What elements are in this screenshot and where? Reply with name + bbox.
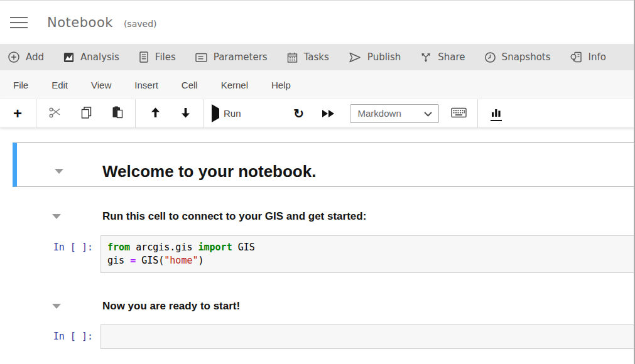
chevron-down-icon [424, 108, 432, 119]
arrow-up-icon [151, 107, 160, 120]
cell-type-select[interactable]: Markdown [350, 104, 439, 123]
code-cell[interactable]: In [ ]: [13, 324, 635, 349]
play-icon [212, 109, 219, 118]
collapse-arrow-icon[interactable] [52, 214, 61, 219]
keyboard-icon [451, 107, 467, 120]
app-tool-snapshots[interactable]: Snapshots [484, 51, 551, 63]
app-tool-label: Parameters [214, 51, 268, 63]
cell-type-value: Markdown [358, 108, 401, 119]
markdown-content: Welcome to your notebook. [100, 163, 316, 180]
copy-cell-button[interactable] [77, 99, 95, 127]
arrow-down-icon [181, 107, 190, 120]
app-tool-info[interactable]: Info [570, 51, 606, 63]
move-cell-down-button[interactable] [176, 99, 194, 127]
app-tool-label: Files [155, 51, 176, 63]
cut-cell-button[interactable] [46, 99, 63, 127]
input-prompt: In [ ]: [13, 235, 100, 273]
app-tool-publish[interactable]: Publish [348, 51, 401, 63]
fast-forward-icon [322, 110, 334, 117]
app-tool-tasks[interactable]: Tasks [286, 51, 329, 63]
hamburger-icon [10, 17, 28, 18]
tasks-icon [286, 51, 298, 63]
toolbar-separator [477, 99, 478, 127]
share-icon [420, 51, 432, 63]
restart-run-all-button[interactable] [320, 99, 337, 127]
app-tool-label: Add [26, 51, 44, 63]
code-editor[interactable] [100, 324, 635, 349]
restart-icon: ↻ [293, 107, 304, 120]
info-icon [570, 51, 583, 63]
collapse-arrow-icon[interactable] [52, 304, 61, 309]
publish-icon [348, 51, 362, 63]
app-tool-label: Share [438, 51, 465, 63]
code-content: from arcgis.gis import GIS gis = GIS("ho… [107, 241, 628, 267]
app-tool-files[interactable]: Files [138, 51, 176, 63]
notebook-cells: Welcome to your notebook.Run this cell t… [0, 127, 635, 349]
save-status: (saved) [124, 19, 157, 29]
toolbar-separator [36, 99, 36, 127]
app-tool-add[interactable]: Add [8, 51, 44, 63]
code-cell[interactable]: In [ ]:from arcgis.gis import GIS gis = … [13, 235, 635, 273]
menu-view[interactable]: View [91, 80, 111, 90]
page-title: Notebook [47, 15, 113, 30]
notebook-toolbar: +Run↻Markdown [0, 99, 635, 127]
app-tool-label: Snapshots [502, 51, 551, 63]
cell-prompt-area [17, 169, 100, 174]
menu-kernel[interactable]: Kernel [221, 80, 248, 90]
copy-icon [80, 106, 92, 120]
markdown-heading: Run this cell to connect to your GIS and… [102, 210, 366, 223]
app-tool-label: Analysis [80, 51, 119, 63]
markdown-cell[interactable]: Now you are ready to start! [13, 299, 635, 313]
move-cell-up-button[interactable] [146, 99, 164, 127]
menu-insert[interactable]: Insert [134, 80, 158, 90]
cell-prompt-area [13, 210, 100, 223]
paste-cell-button[interactable] [109, 99, 126, 127]
plus-icon: + [13, 106, 22, 121]
markdown-heading: Welcome to your notebook. [102, 163, 316, 180]
markdown-heading: Now you are ready to start! [102, 299, 240, 313]
bar-chart-icon [491, 108, 502, 119]
command-palette-button[interactable] [450, 99, 468, 127]
markdown-content: Now you are ready to start! [100, 299, 240, 313]
run-button-label: Run [224, 108, 241, 119]
app-tool-parameters[interactable]: Parameters [195, 51, 268, 63]
snapshots-icon [484, 51, 496, 63]
interrupt-kernel-button[interactable] [260, 99, 278, 127]
input-prompt: In [ ]: [13, 324, 100, 349]
notebook-menu-bar: FileEditViewInsertCellKernelHelp [0, 70, 635, 99]
app-tool-share[interactable]: Share [420, 51, 465, 63]
app-toolbar: AddAnalysisFilesParametersTasksPublishSh… [0, 44, 635, 70]
selected-markdown-cell[interactable]: Welcome to your notebook. [13, 142, 635, 187]
code-content [107, 330, 628, 343]
menu-help[interactable]: Help [271, 80, 291, 90]
cell-toolbar-button[interactable] [487, 99, 505, 127]
add-cell-button[interactable]: + [9, 99, 26, 127]
add-icon [8, 51, 20, 63]
app-tool-label: Info [589, 51, 606, 63]
markdown-cell[interactable]: Run this cell to connect to your GIS and… [13, 210, 635, 223]
app-header: Notebook (saved) [0, 1, 635, 44]
app-tool-label: Tasks [304, 51, 329, 63]
app-tool-label: Publish [367, 51, 401, 63]
code-editor[interactable]: from arcgis.gis import GIS gis = GIS("ho… [100, 235, 635, 273]
markdown-content: Run this cell to connect to your GIS and… [100, 210, 366, 223]
paste-icon [112, 106, 123, 120]
analysis-icon [63, 51, 75, 63]
arcgis-notebook-app: Notebook (saved) AddAnalysisFilesParamet… [0, 1, 635, 349]
files-icon [138, 51, 149, 63]
menu-file[interactable]: File [13, 80, 28, 90]
app-tool-analysis[interactable]: Analysis [63, 51, 119, 63]
menu-edit[interactable]: Edit [52, 80, 68, 90]
scissors-icon [49, 107, 61, 120]
cell-prompt-area [13, 299, 100, 313]
hamburger-menu-button[interactable] [10, 13, 28, 32]
parameters-icon [195, 51, 208, 63]
toolbar-separator [135, 99, 136, 127]
toolbar-separator [204, 99, 204, 127]
collapse-arrow-icon[interactable] [55, 169, 63, 174]
restart-kernel-button[interactable]: ↻ [290, 99, 308, 127]
menu-cell[interactable]: Cell [182, 80, 198, 90]
run-button[interactable]: Run [212, 99, 241, 127]
